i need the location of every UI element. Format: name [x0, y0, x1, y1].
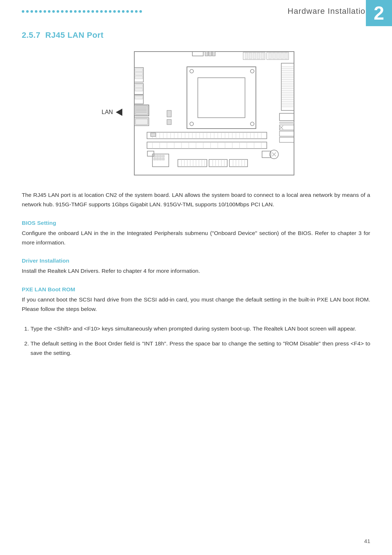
- svg-rect-65: [279, 122, 294, 123]
- svg-rect-14: [277, 53, 279, 59]
- svg-point-21: [190, 122, 193, 126]
- svg-rect-7: [249, 53, 252, 59]
- header-title: Hardware Installation: [287, 7, 370, 16]
- svg-rect-120: [156, 155, 159, 157]
- svg-rect-30: [135, 119, 148, 125]
- svg-rect-13: [273, 53, 275, 59]
- svg-rect-156: [151, 133, 156, 137]
- header-bar: Hardware Installation 2: [22, 0, 370, 20]
- svg-rect-2: [205, 52, 208, 56]
- svg-rect-127: [178, 159, 207, 167]
- svg-rect-6: [245, 53, 248, 59]
- svg-rect-12: [269, 53, 271, 59]
- driver-installation-block: Driver Installation Install the Realtek …: [22, 258, 370, 276]
- svg-rect-124: [156, 158, 159, 160]
- svg-rect-24: [135, 106, 148, 115]
- page-number: 41: [364, 538, 370, 544]
- svg-rect-68: [279, 137, 294, 142]
- svg-rect-123: [154, 158, 156, 160]
- svg-rect-3: [209, 52, 212, 56]
- lan-description: The RJ45 LAN port is at location CN2 of …: [22, 190, 370, 210]
- svg-rect-151: [147, 151, 154, 156]
- section-title: 2.5.7 RJ45 LAN Port: [22, 31, 370, 40]
- svg-rect-67: [279, 131, 294, 136]
- svg-rect-122: [162, 155, 164, 157]
- svg-rect-126: [162, 158, 164, 160]
- svg-rect-8: [253, 53, 256, 59]
- svg-rect-64: [279, 113, 294, 121]
- lan-label: LAN: [102, 109, 122, 116]
- list-item: The default setting in the Boot Order fi…: [30, 339, 370, 358]
- lan-arrow-icon: [116, 109, 122, 116]
- motherboard-wrapper: LAN: [102, 49, 290, 179]
- chapter-number: 2: [366, 0, 392, 26]
- svg-rect-149: [167, 110, 171, 117]
- pxe-lan-text: If you cannot boot the SCSI hard drive f…: [22, 295, 370, 314]
- svg-rect-125: [159, 158, 162, 160]
- pxe-lan-title: PXE LAN Boot ROM: [22, 286, 370, 293]
- svg-rect-1: [192, 52, 203, 56]
- main-content: 2.5.7 RJ45 LAN Port LAN: [0, 20, 392, 381]
- svg-point-22: [250, 122, 254, 126]
- svg-rect-4: [212, 52, 215, 56]
- svg-rect-36: [135, 85, 143, 88]
- svg-rect-150: [167, 119, 171, 125]
- svg-rect-32: [135, 69, 143, 72]
- svg-rect-121: [159, 155, 162, 157]
- svg-point-19: [190, 69, 193, 73]
- svg-rect-37: [135, 88, 143, 91]
- svg-rect-18: [198, 78, 245, 118]
- bios-setting-block: BIOS Setting Configure the onboard LAN i…: [22, 220, 370, 248]
- svg-rect-16: [285, 53, 287, 59]
- list-item: Type the <Shift> and <F10> keys simultan…: [30, 324, 370, 333]
- svg-rect-17: [187, 67, 256, 129]
- driver-installation-title: Driver Installation: [22, 258, 370, 264]
- svg-rect-15: [281, 53, 283, 59]
- pxe-steps-list: Type the <Shift> and <F10> keys simultan…: [30, 324, 370, 358]
- diagram-container: LAN: [22, 49, 370, 179]
- svg-rect-101: [147, 142, 267, 149]
- motherboard-diagram: [131, 49, 298, 179]
- bios-setting-title: BIOS Setting: [22, 220, 370, 226]
- bios-setting-text: Configure the onboard LAN in the in the …: [22, 228, 370, 248]
- driver-installation-text: Install the Realtek LAN Drivers. Refer t…: [22, 266, 370, 276]
- svg-rect-9: [257, 53, 260, 59]
- svg-rect-39: [135, 96, 143, 99]
- svg-rect-33: [135, 72, 143, 75]
- svg-point-20: [250, 69, 254, 73]
- svg-rect-10: [261, 53, 264, 59]
- pxe-lan-block: PXE LAN Boot ROM If you cannot boot the …: [22, 286, 370, 358]
- header-dots: [22, 10, 287, 13]
- svg-rect-34: [135, 76, 143, 79]
